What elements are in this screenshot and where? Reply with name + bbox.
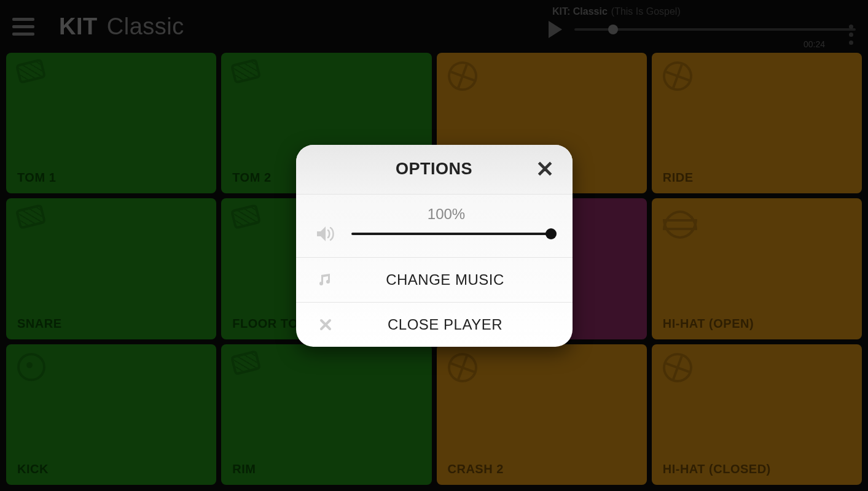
close-icon[interactable]: ✕ xyxy=(536,158,554,180)
volume-thumb[interactable] xyxy=(545,228,557,239)
volume-icon xyxy=(315,225,337,242)
volume-value: 100% xyxy=(339,206,554,223)
modal-title: OPTIONS xyxy=(396,160,472,179)
volume-slider[interactable] xyxy=(351,233,554,235)
modal-wrap: OPTIONS ✕ 100% CHANGE MUSIC xyxy=(0,0,868,491)
change-music-label: CHANGE MUSIC xyxy=(337,271,554,288)
app-root: KIT Classic KIT: Classic (This Is Gospel… xyxy=(0,0,868,491)
music-note-icon xyxy=(315,273,337,287)
modal-header: OPTIONS ✕ xyxy=(296,145,573,194)
change-music-row[interactable]: CHANGE MUSIC xyxy=(296,257,573,302)
options-modal: OPTIONS ✕ 100% CHANGE MUSIC xyxy=(296,145,573,347)
close-player-row[interactable]: CLOSE PLAYER xyxy=(296,302,573,347)
close-player-label: CLOSE PLAYER xyxy=(337,316,554,333)
close-small-icon xyxy=(315,318,337,331)
volume-row: 100% xyxy=(296,194,573,257)
